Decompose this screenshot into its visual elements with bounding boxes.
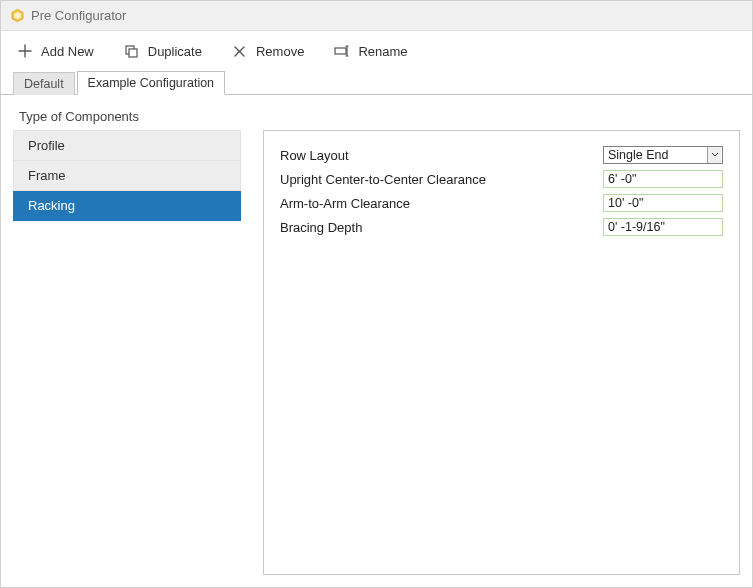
component-list: Profile Frame Racking	[13, 130, 241, 221]
component-item-label: Profile	[28, 138, 65, 153]
property-row: Row Layout Single End	[280, 145, 723, 165]
component-item-profile[interactable]: Profile	[13, 130, 241, 161]
arm-clearance-input[interactable]	[603, 194, 723, 212]
duplicate-icon	[124, 43, 140, 59]
tab-label: Example Configuration	[88, 76, 214, 90]
chevron-down-icon	[707, 147, 721, 163]
app-icon	[9, 8, 25, 24]
window: Pre Configurator Add New Duplicate Remov…	[0, 0, 753, 588]
rename-icon	[334, 43, 350, 59]
bracing-depth-input[interactable]	[603, 218, 723, 236]
property-label: Row Layout	[280, 148, 349, 163]
tab-example-configuration[interactable]: Example Configuration	[77, 71, 225, 95]
rename-button[interactable]: Rename	[332, 39, 409, 63]
duplicate-label: Duplicate	[148, 44, 202, 59]
split-pane: Profile Frame Racking Row Layout Single …	[13, 130, 740, 575]
component-item-label: Frame	[28, 168, 66, 183]
tab-default[interactable]: Default	[13, 72, 75, 95]
tabbar: Default Example Configuration	[1, 71, 752, 95]
tab-label: Default	[24, 77, 64, 91]
remove-button[interactable]: Remove	[230, 39, 306, 63]
content-area: Type of Components Profile Frame Racking	[1, 95, 752, 587]
property-label: Arm-to-Arm Clearance	[280, 196, 410, 211]
window-title: Pre Configurator	[31, 8, 126, 23]
rename-label: Rename	[358, 44, 407, 59]
property-row: Bracing Depth	[280, 217, 723, 237]
svg-rect-3	[129, 49, 137, 57]
add-new-label: Add New	[41, 44, 94, 59]
properties-pane: Row Layout Single End Upright Center-to-…	[263, 130, 740, 575]
property-row: Upright Center-to-Center Clearance	[280, 169, 723, 189]
row-layout-select[interactable]: Single End	[603, 146, 723, 164]
toolbar: Add New Duplicate Remove	[1, 31, 752, 71]
property-label: Upright Center-to-Center Clearance	[280, 172, 486, 187]
component-item-racking[interactable]: Racking	[13, 191, 241, 221]
component-item-frame[interactable]: Frame	[13, 161, 241, 191]
property-row: Arm-to-Arm Clearance	[280, 193, 723, 213]
property-label: Bracing Depth	[280, 220, 362, 235]
duplicate-button[interactable]: Duplicate	[122, 39, 204, 63]
remove-icon	[232, 43, 248, 59]
remove-label: Remove	[256, 44, 304, 59]
svg-rect-4	[335, 48, 346, 54]
add-new-button[interactable]: Add New	[15, 39, 96, 63]
select-value: Single End	[608, 148, 668, 162]
component-list-pane: Profile Frame Racking	[13, 130, 241, 575]
plus-icon	[17, 43, 33, 59]
titlebar: Pre Configurator	[1, 1, 752, 31]
section-title: Type of Components	[13, 109, 740, 124]
upright-clearance-input[interactable]	[603, 170, 723, 188]
component-item-label: Racking	[28, 198, 75, 213]
